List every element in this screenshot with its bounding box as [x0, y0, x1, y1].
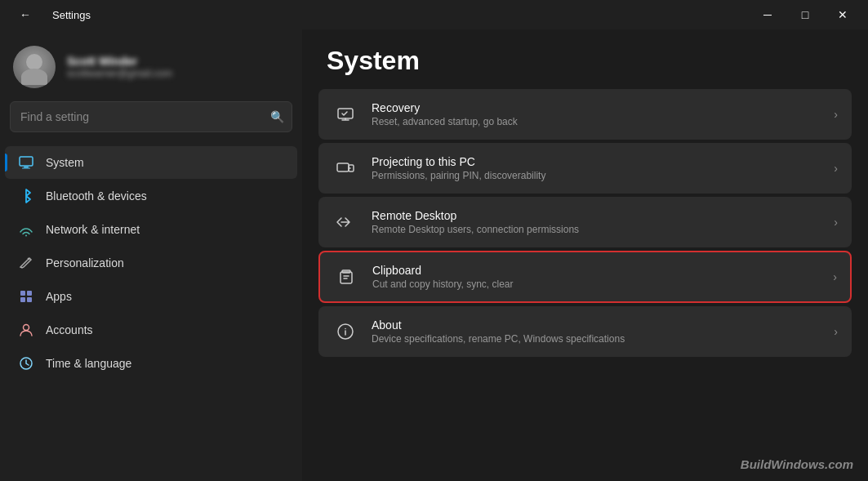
bluetooth-icon: [18, 188, 34, 204]
svg-point-16: [345, 328, 346, 330]
svg-rect-4: [20, 291, 25, 296]
content-header: System: [302, 29, 868, 89]
sidebar-label-accounts: Accounts: [46, 323, 93, 336]
settings-item-title-projecting: Projecting to this PC: [372, 155, 545, 168]
sidebar-label-system: System: [46, 156, 84, 169]
svg-rect-6: [20, 297, 25, 302]
svg-rect-1: [24, 167, 29, 168]
settings-item-desc-remote-desktop: Remote Desktop users, connection permiss…: [372, 224, 579, 235]
settings-item-desc-projecting: Permissions, pairing PIN, discoverabilit…: [372, 170, 545, 181]
chevron-about-icon: ›: [834, 325, 838, 338]
minimize-icon: ─: [763, 8, 772, 21]
app-title: Settings: [52, 9, 91, 21]
sidebar-label-time: Time & language: [46, 357, 131, 370]
page-title: System: [327, 46, 844, 76]
settings-item-projecting[interactable]: Projecting to this PC Permissions, pairi…: [318, 143, 852, 194]
time-icon: [18, 355, 34, 372]
main-layout: Scott Winder scottwarner@gmail.com 🔍 Sys…: [0, 29, 868, 481]
settings-item-text-remote-desktop: Remote Desktop Remote Desktop users, con…: [372, 209, 579, 235]
sidebar-nav: System Bluetooth & devices Network & int…: [0, 142, 302, 481]
settings-item-text-projecting: Projecting to this PC Permissions, pairi…: [372, 155, 545, 181]
settings-item-title-recovery: Recovery: [372, 101, 518, 114]
sidebar-item-accounts[interactable]: Accounts: [5, 314, 297, 346]
chevron-projecting-icon: ›: [834, 162, 838, 175]
system-icon: [18, 154, 34, 171]
svg-rect-14: [341, 272, 352, 283]
sidebar-item-network[interactable]: Network & internet: [5, 213, 297, 246]
minimize-button[interactable]: ─: [749, 2, 786, 28]
maximize-button[interactable]: □: [786, 2, 824, 28]
settings-item-recovery[interactable]: Recovery Reset, advanced startup, go bac…: [318, 89, 852, 140]
personalization-icon: [18, 255, 34, 271]
sidebar-label-apps: Apps: [46, 290, 72, 303]
recovery-icon: [332, 101, 358, 127]
settings-item-desc-about: Device specifications, rename PC, Window…: [372, 333, 625, 345]
titlebar-controls: ─ □ ✕: [749, 2, 861, 28]
settings-item-left-clipboard: Clipboard Cut and copy history, sync, cl…: [333, 264, 514, 290]
chevron-recovery-icon: ›: [834, 108, 838, 121]
profile-email: scottwarner@gmail.com: [67, 68, 172, 79]
sidebar-label-personalization: Personalization: [46, 256, 124, 269]
chevron-remote-desktop-icon: ›: [834, 216, 838, 229]
back-button[interactable]: ←: [7, 2, 44, 28]
sidebar-item-personalization[interactable]: Personalization: [5, 247, 297, 279]
settings-item-left-remote-desktop: Remote Desktop Remote Desktop users, con…: [332, 209, 579, 235]
about-icon: [332, 318, 358, 345]
profile-name: Scott Winder: [67, 55, 172, 68]
settings-item-text-clipboard: Clipboard Cut and copy history, sync, cl…: [372, 264, 514, 290]
svg-rect-5: [27, 291, 32, 296]
sidebar-label-bluetooth: Bluetooth & devices: [46, 189, 147, 203]
svg-point-3: [25, 235, 27, 237]
titlebar-left: ← Settings: [7, 2, 91, 28]
settings-item-left-projecting: Projecting to this PC Permissions, pairi…: [332, 155, 545, 181]
settings-item-desc-clipboard: Cut and copy history, sync, clear: [372, 278, 514, 290]
network-icon: [18, 221, 34, 238]
settings-item-title-about: About: [372, 318, 625, 332]
settings-item-title-remote-desktop: Remote Desktop: [372, 209, 579, 222]
settings-item-left-about: About Device specifications, rename PC, …: [332, 318, 625, 345]
maximize-icon: □: [802, 8, 808, 21]
apps-icon: [18, 288, 34, 305]
titlebar: ← Settings ─ □ ✕: [0, 0, 868, 29]
profile-info: Scott Winder scottwarner@gmail.com: [67, 55, 172, 79]
search-box: 🔍: [10, 101, 292, 132]
settings-item-left-recovery: Recovery Reset, advanced startup, go bac…: [332, 101, 518, 127]
avatar: [13, 46, 56, 88]
avatar-head: [26, 54, 42, 70]
sidebar-item-time[interactable]: Time & language: [5, 347, 297, 380]
chevron-clipboard-icon: ›: [833, 270, 837, 283]
clipboard-icon: [333, 264, 359, 290]
svg-rect-7: [27, 297, 32, 302]
close-button[interactable]: ✕: [824, 2, 861, 28]
search-input[interactable]: [10, 101, 292, 132]
back-icon: ←: [20, 8, 31, 21]
close-icon: ✕: [838, 8, 848, 21]
sidebar-item-bluetooth[interactable]: Bluetooth & devices: [5, 180, 297, 212]
svg-point-8: [24, 325, 29, 331]
svg-rect-2: [22, 168, 30, 169]
settings-item-clipboard[interactable]: Clipboard Cut and copy history, sync, cl…: [318, 251, 852, 303]
settings-item-about[interactable]: About Device specifications, rename PC, …: [318, 306, 852, 357]
svg-rect-11: [337, 163, 349, 171]
content-area: System Recovery Reset, advanced startup,…: [302, 29, 868, 481]
settings-list: Recovery Reset, advanced startup, go bac…: [302, 89, 868, 373]
settings-item-remote-desktop[interactable]: Remote Desktop Remote Desktop users, con…: [318, 197, 852, 247]
settings-item-text-recovery: Recovery Reset, advanced startup, go bac…: [372, 101, 518, 127]
remote-desktop-icon: [332, 209, 358, 235]
settings-item-text-about: About Device specifications, rename PC, …: [372, 318, 625, 345]
settings-item-desc-recovery: Reset, advanced startup, go back: [372, 116, 518, 127]
avatar-body: [21, 69, 47, 85]
sidebar-label-network: Network & internet: [46, 223, 140, 236]
settings-item-title-clipboard: Clipboard: [372, 264, 514, 277]
accounts-icon: [18, 322, 34, 338]
profile-section[interactable]: Scott Winder scottwarner@gmail.com: [0, 29, 302, 101]
sidebar-item-system[interactable]: System: [5, 146, 297, 179]
sidebar-item-apps[interactable]: Apps: [5, 280, 297, 313]
projecting-icon: [332, 155, 358, 181]
svg-rect-0: [20, 157, 33, 166]
sidebar: Scott Winder scottwarner@gmail.com 🔍 Sys…: [0, 29, 302, 481]
avatar-image: [13, 46, 56, 88]
